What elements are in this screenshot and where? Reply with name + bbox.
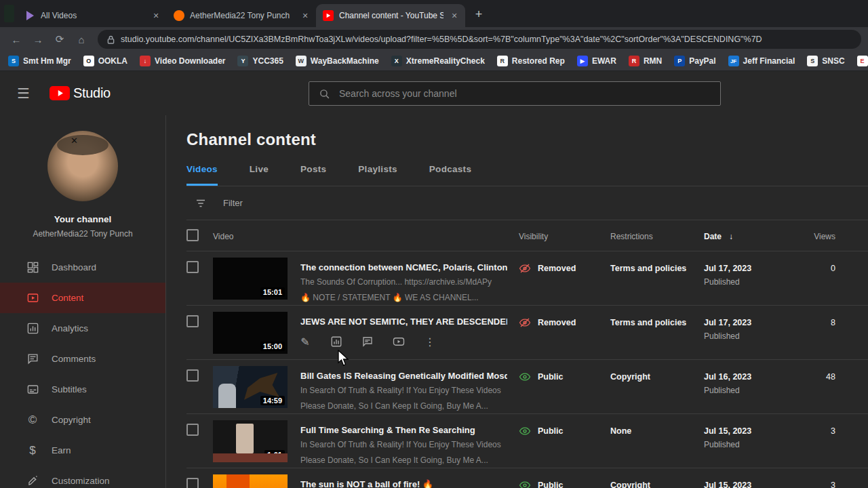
row-checkbox[interactable] — [186, 478, 199, 488]
browser-tab-all-videos[interactable]: All Videos ✕ — [18, 4, 167, 27]
bookmark-favicon: JF — [728, 56, 739, 66]
bookmark-xtremerealitycheck[interactable]: XXtremeRealityCheck — [391, 56, 485, 66]
reload-button[interactable]: ⟳ — [50, 30, 69, 49]
visibility-cell[interactable]: Public — [519, 425, 564, 437]
channel-avatar[interactable]: ✕ — [47, 131, 118, 201]
video-thumbnail[interactable]: 15:01 — [213, 258, 288, 300]
date-cell: Jul 17, 2023 Published — [704, 264, 751, 287]
bookmark-waybackmachine[interactable]: WWayBackMachine — [296, 56, 379, 66]
row-checkbox[interactable] — [186, 424, 199, 436]
sidebar-item-earn[interactable]: $ Earn — [0, 435, 165, 466]
column-restrictions[interactable]: Restrictions — [610, 232, 653, 241]
earn-icon: $ — [25, 443, 40, 458]
video-title[interactable]: Bill Gates IS Releasing Genetically Modi… — [300, 371, 507, 381]
video-thumbnail[interactable]: 15:00 — [213, 312, 288, 354]
column-date[interactable]: Date — [704, 232, 722, 241]
channel-search[interactable] — [309, 81, 721, 106]
browser-tab-aethermedia[interactable]: AetherMedia22 Tony Punch ✕ — [167, 4, 316, 27]
column-views[interactable]: Views — [814, 232, 835, 241]
bookmark-ycc365[interactable]: YYCC365 — [237, 56, 283, 66]
video-title[interactable]: Full Time Searching & Then Re Searching — [300, 425, 507, 435]
date-status: Published — [704, 277, 751, 287]
bookmark-label: OOKLA — [98, 56, 127, 66]
bookmark-jeff-financial[interactable]: JFJeff Financial — [728, 56, 795, 66]
video-title[interactable]: The connection between NCMEC, Polaris, C… — [300, 262, 507, 272]
date-value: Jul 16, 2023 — [704, 372, 751, 382]
bookmark-entergy[interactable]: EEntergy — [857, 56, 868, 66]
video-title[interactable]: The sun is NOT a ball of fire! 🔥 — [300, 479, 507, 488]
bookmark-label: Smt Hm Mgr — [23, 56, 71, 66]
date-value: Jul 17, 2023 — [704, 264, 751, 273]
filter-bar[interactable]: Filter — [186, 186, 868, 220]
bookmark-video-downloader[interactable]: ↓Video Downloader — [140, 56, 225, 66]
visibility-label: Public — [538, 372, 564, 382]
browser-tab-strip: All Videos ✕ AetherMedia22 Tony Punch ✕ … — [0, 0, 868, 27]
search-icon — [319, 88, 330, 100]
view-on-youtube-icon[interactable] — [391, 334, 406, 349]
video-title[interactable]: JEWS ARE NOT SEMITIC, THEY ARE DESCENDED… — [300, 317, 507, 327]
sidebar-item-analytics[interactable]: Analytics — [0, 313, 165, 344]
video-thumbnail[interactable]: 1:01 — [213, 420, 288, 462]
sort-descending-icon[interactable]: ↓ — [729, 232, 733, 241]
search-input[interactable] — [339, 88, 711, 99]
more-options-icon[interactable]: ⋮ — [422, 334, 437, 349]
sidebar-item-customization[interactable]: Customization — [0, 466, 165, 488]
column-video[interactable]: Video — [213, 232, 233, 241]
visibility-cell[interactable]: Removed — [519, 317, 576, 329]
youtube-logo-icon — [50, 86, 70, 100]
studio-logo[interactable]: Studio — [50, 85, 111, 101]
sidebar-item-label: Analytics — [52, 323, 88, 333]
forward-button[interactable]: → — [28, 30, 47, 49]
tab-strip-corner-chip[interactable] — [4, 5, 14, 22]
tab-podcasts[interactable]: Podcasts — [429, 164, 471, 186]
select-all-checkbox[interactable] — [186, 229, 199, 241]
back-button[interactable]: ← — [7, 30, 26, 49]
video-thumbnail[interactable] — [213, 474, 288, 488]
bookmark-snsc[interactable]: SSNSC — [807, 56, 844, 66]
bookmark-paypal[interactable]: PPayPal — [674, 56, 715, 66]
edit-details-icon[interactable]: ✎ — [298, 334, 313, 349]
bookmark-restored-rep[interactable]: RRestored Rep — [497, 56, 565, 66]
sidebar-item-subtitles[interactable]: Subtitles — [0, 374, 165, 405]
date-cell: Jul 17, 2023 Published — [704, 318, 751, 341]
video-description-line2: Please Donate, So I Can Keep It Going, B… — [300, 455, 507, 466]
sidebar-item-copyright[interactable]: © Copyright — [0, 405, 165, 435]
tab-live[interactable]: Live — [250, 164, 269, 186]
bookmark-ookla[interactable]: OOOKLA — [83, 56, 127, 66]
comments-action-icon[interactable] — [360, 334, 375, 349]
visibility-cell[interactable]: Removed — [519, 262, 576, 274]
visibility-public-icon — [519, 425, 531, 437]
orange-favicon — [174, 10, 184, 21]
content-icon — [25, 291, 40, 306]
visibility-removed-icon — [519, 262, 531, 274]
restrictions-cell: Copyright — [610, 372, 650, 382]
bookmark-ewar[interactable]: ▶EWAR — [577, 56, 616, 66]
video-row: The sun is NOT a ball of fire! 🔥 Public … — [186, 468, 868, 488]
row-checkbox[interactable] — [186, 261, 199, 273]
visibility-cell[interactable]: Public — [519, 479, 564, 488]
sidebar-item-content[interactable]: Content — [0, 283, 165, 313]
sidebar-item-dashboard[interactable]: Dashboard — [0, 252, 165, 283]
tab-posts[interactable]: Posts — [300, 164, 326, 186]
tab-videos[interactable]: Videos — [186, 164, 218, 186]
close-icon[interactable]: ✕ — [151, 10, 161, 21]
new-tab-button[interactable]: + — [469, 5, 488, 24]
bookmark-favicon: O — [83, 56, 94, 66]
bookmark-rmn[interactable]: RRMN — [629, 56, 662, 66]
address-bar[interactable]: studio.youtube.com/channel/UC5ZIXa3BMzBm… — [98, 30, 861, 49]
close-icon[interactable]: ✕ — [449, 10, 460, 21]
sidebar-item-label: Comments — [52, 354, 96, 364]
tab-playlists[interactable]: Playlists — [358, 164, 397, 186]
row-checkbox[interactable] — [186, 315, 199, 327]
bookmark-smt-hm-mgr[interactable]: SSmt Hm Mgr — [8, 56, 71, 66]
video-thumbnail[interactable]: 14:59 — [213, 366, 288, 408]
column-visibility[interactable]: Visibility — [519, 232, 548, 241]
sidebar-item-comments[interactable]: Comments — [0, 344, 165, 374]
analytics-action-icon[interactable] — [329, 334, 344, 349]
row-checkbox[interactable] — [186, 369, 199, 382]
home-button[interactable]: ⌂ — [72, 30, 91, 49]
hamburger-menu-icon[interactable]: ☰ — [17, 85, 35, 102]
browser-tab-channel-content[interactable]: Channel content - YouTube Stud ✕ — [316, 4, 465, 27]
visibility-cell[interactable]: Public — [519, 371, 564, 383]
close-icon[interactable]: ✕ — [300, 10, 311, 21]
